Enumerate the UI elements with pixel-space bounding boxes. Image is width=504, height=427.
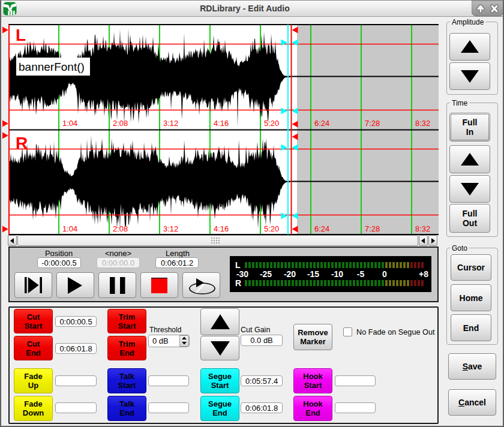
svg-text:4:16: 4:16 [214, 224, 229, 233]
svg-text:+8: +8 [419, 269, 428, 279]
svg-text:8:32: 8:32 [415, 119, 430, 128]
svg-text:-5: -5 [357, 269, 365, 279]
svg-text:2:08: 2:08 [113, 224, 128, 233]
svg-text:L: L [16, 26, 26, 44]
svg-text:6:24: 6:24 [314, 224, 329, 233]
svg-text:2:08: 2:08 [113, 119, 128, 128]
svg-text:-15: -15 [307, 269, 319, 279]
svg-text:L: L [235, 260, 241, 270]
svg-text:0: 0 [382, 269, 387, 279]
svg-text:R: R [235, 278, 241, 288]
svg-text:-30: -30 [236, 269, 248, 279]
svg-text:5:20: 5:20 [264, 119, 279, 128]
svg-text:5:20: 5:20 [264, 224, 279, 233]
svg-text:4:16: 4:16 [214, 119, 229, 128]
svg-text:7:28: 7:28 [365, 119, 380, 128]
svg-text:7:28: 7:28 [365, 224, 380, 233]
svg-text:R: R [16, 134, 28, 152]
svg-text:-20: -20 [284, 269, 296, 279]
svg-text:1:04: 1:04 [62, 224, 77, 233]
svg-text:-10: -10 [331, 269, 343, 279]
svg-text:8:32: 8:32 [415, 224, 430, 233]
svg-text:1:04: 1:04 [62, 119, 77, 128]
svg-text:bannerFont(): bannerFont() [19, 61, 85, 73]
svg-text:3:12: 3:12 [163, 119, 178, 128]
svg-text:6:24: 6:24 [314, 119, 329, 128]
svg-text:3:12: 3:12 [163, 224, 178, 233]
svg-text:-25: -25 [260, 269, 272, 279]
